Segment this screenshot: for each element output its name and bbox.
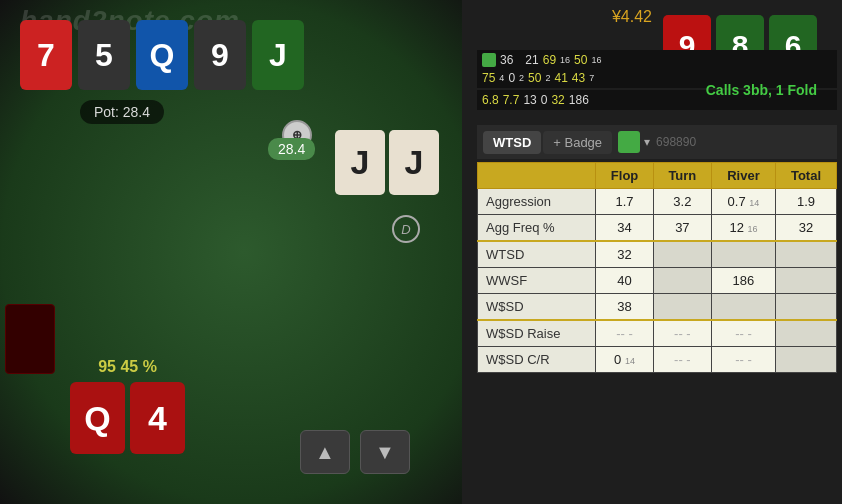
cell-wssd-cr-river: -- - [711,347,775,373]
cell-wssd-flop: 38 [596,294,654,321]
cell-wssd-raise-total [776,320,837,347]
cell-wtsd-flop: 32 [596,241,654,268]
cell-wwsf-river: 186 [711,268,775,294]
cell-aggfreq-total: 32 [776,215,837,242]
card-7: 7 [20,20,72,90]
green-indicator [482,53,496,67]
cell-agg-total: 1.9 [776,189,837,215]
cell-wssd-raise-turn: -- - [653,320,711,347]
col-header-turn: Turn [653,163,711,189]
row-label-wtsd: WTSD [478,241,596,268]
cell-wssd-turn [653,294,711,321]
hud-panel: ¥4.42 9 8 6 36 21 6916 5016 754 02 502 4… [462,0,842,504]
nav-down-button[interactable]: ▼ [360,430,410,474]
pot-label: Pot: 28.4 [80,100,164,124]
table-row: W$SD Raise -- - -- - -- - [478,320,837,347]
cell-agg-turn: 3.2 [653,189,711,215]
tab-bar: WTSD + Badge ▾ 698890 [477,125,837,159]
row-label-aggression: Aggression [478,189,596,215]
table-row: WWSF 40 186 [478,268,837,294]
card-9: 9 [194,20,246,90]
cell-agg-flop: 1.7 [596,189,654,215]
row-label-wwsf: WWSF [478,268,596,294]
cell-wwsf-total [776,268,837,294]
price-display: ¥4.42 [612,8,652,26]
side-display [5,304,55,374]
hole-cards: J J [335,130,439,195]
tab-wtsd[interactable]: WTSD [483,131,541,154]
cell-wssd-cr-total [776,347,837,373]
cell-agg-river: 0.7 14 [711,189,775,215]
stat-r2-v1: 75 [482,71,495,85]
calls-text: Calls 3bb, 1 Fold [706,82,817,98]
col-header-label [478,163,596,189]
dropdown-arrow[interactable]: ▾ [644,135,650,149]
cell-wssd-cr-flop: 0 14 [596,347,654,373]
cell-wwsf-turn [653,268,711,294]
table-row: WTSD 32 [478,241,837,268]
player-card-q: Q [70,382,125,454]
player-cards: Q 4 [70,382,185,454]
cell-wtsd-river [711,241,775,268]
calls-badge: Calls 3bb, 1 Fold [706,82,817,98]
cell-wssd-river [711,294,775,321]
cell-wtsd-total [776,241,837,268]
table-row: Agg Freq % 34 37 12 16 32 [478,215,837,242]
cell-aggfreq-river: 12 16 [711,215,775,242]
player-id: 698890 [656,135,696,149]
row-label-aggfreq: Agg Freq % [478,215,596,242]
tab-badge[interactable]: + Badge [543,131,612,154]
stats-bar-row1: 36 21 6916 5016 [477,50,837,70]
col-header-river: River [711,163,775,189]
row-label-wssd: W$SD [478,294,596,321]
col-header-flop: Flop [596,163,654,189]
cell-aggfreq-flop: 34 [596,215,654,242]
player-percent: 95 45 % [98,358,157,376]
hole-card-j2: J [389,130,439,195]
cell-wssd-raise-river: -- - [711,320,775,347]
center-amount: 28.4 [268,138,315,160]
card-J: J [252,20,304,90]
card-Q: Q [136,20,188,90]
nav-up-button[interactable]: ▲ [300,430,350,474]
stats-table: Flop Turn River Total Aggression 1.7 3.2… [477,162,837,373]
cell-aggfreq-turn: 37 [653,215,711,242]
row-label-wssd-cr: W$SD C/R [478,347,596,373]
stat-val1: 36 [500,53,513,67]
cell-wtsd-turn [653,241,711,268]
player-card-4: 4 [130,382,185,454]
stats-table-wrapper: Flop Turn River Total Aggression 1.7 3.2… [477,162,837,373]
row-label-wssd-raise: W$SD Raise [478,320,596,347]
color-picker[interactable] [618,131,640,153]
cell-wssd-cr-turn: -- - [653,347,711,373]
d-button: D [392,215,420,243]
stat-val2: 21 [525,53,538,67]
community-cards: 7 5 Q 9 J [20,20,304,90]
poker-table: hand2note.com 7 5 Q 9 J Pot: 28.4 ⊕ 28.4… [0,0,490,504]
cell-wssd-raise-flop: -- - [596,320,654,347]
table-row: W$SD C/R 0 14 -- - -- - [478,347,837,373]
cell-wwsf-flop: 40 [596,268,654,294]
navigation-arrows: ▲ ▼ [300,430,410,474]
cell-wssd-total [776,294,837,321]
table-row: Aggression 1.7 3.2 0.7 14 1.9 [478,189,837,215]
card-5: 5 [78,20,130,90]
table-row: W$SD 38 [478,294,837,321]
player-area: 95 45 % Q 4 [70,358,185,454]
hole-card-j1: J [335,130,385,195]
col-header-total: Total [776,163,837,189]
